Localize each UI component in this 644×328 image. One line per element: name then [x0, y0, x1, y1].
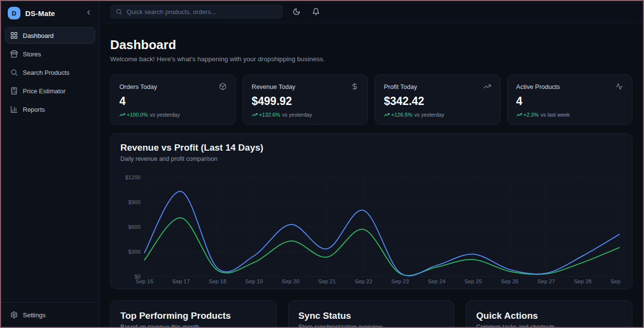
stat-value: 4: [516, 95, 624, 108]
chart-title: Revenue vs Profit (Last 14 Days): [120, 142, 622, 153]
stat-delta: +2.3% vs last week: [516, 112, 624, 118]
svg-text:Sep 22: Sep 22: [355, 278, 372, 284]
stat-delta: +126.5% vs yesterday: [384, 112, 491, 118]
stat-value: 4: [119, 95, 227, 108]
sidebar-item-dashboard[interactable]: Dashboard: [5, 27, 95, 44]
stat-delta-suffix: vs yesterday: [414, 112, 445, 118]
card-subtitle: Common tasks and shortcuts: [476, 324, 622, 327]
trending-up-icon: [516, 112, 522, 118]
svg-text:Sep 29: Sep 29: [611, 278, 622, 284]
bar-chart-icon: [10, 105, 18, 113]
chart-y-axis-labels: $0$300$600$900$1200: [125, 174, 141, 279]
chart-line-revenue: [145, 191, 619, 276]
stat-cards-row: Orders Today 4 +100.0% vs yesterday: [110, 74, 632, 125]
stat-delta-value: +126.5%: [391, 112, 413, 118]
page-content: Dashboard Welcome back! Here's what's ha…: [99, 23, 643, 327]
sidebar-nav: Dashboard Stores Search Products Price E…: [1, 25, 99, 120]
svg-text:Sep 25: Sep 25: [464, 278, 482, 284]
bell-icon: [312, 8, 320, 16]
stat-label: Profit Today: [384, 83, 417, 90]
top-performing-products-card: Top Performing Products Based on revenue…: [110, 300, 277, 327]
svg-text:Sep 23: Sep 23: [391, 278, 409, 284]
stat-card-orders-today: Orders Today 4 +100.0% vs yesterday: [110, 74, 236, 125]
svg-text:Sep 20: Sep 20: [282, 278, 299, 284]
chart-gridlines: [145, 177, 619, 276]
trending-up-icon: [384, 112, 390, 118]
notifications-button[interactable]: [310, 6, 322, 17]
top-bar: [99, 1, 643, 23]
card-subtitle: Based on revenue this month: [120, 324, 266, 327]
theme-toggle-button[interactable]: [291, 6, 302, 17]
card-title: Quick Actions: [476, 311, 622, 321]
chart-x-axis-labels: Sep 16Sep 17Sep 18Sep 19Sep 20Sep 21Sep …: [136, 278, 622, 284]
sidebar-item-price-estimator[interactable]: Price Estimator: [5, 83, 95, 99]
stat-value: $499.92: [252, 95, 359, 108]
stat-card-revenue-today: Revenue Today $499.92 +132.6% vs yesterd…: [243, 74, 368, 125]
trending-up-icon: [252, 112, 258, 118]
sidebar-item-label: Search Products: [23, 69, 69, 76]
sidebar-item-stores[interactable]: Stores: [5, 46, 95, 62]
chevron-left-icon: [85, 9, 92, 17]
search-box[interactable]: [110, 4, 283, 19]
stat-delta: +132.6% vs yesterday: [252, 112, 359, 118]
stat-delta: +100.0% vs yesterday: [119, 112, 227, 118]
search-input[interactable]: [127, 8, 278, 16]
stat-card-profit-today: Profit Today $342.42 +126.5% vs yesterda…: [375, 74, 500, 125]
stat-label: Orders Today: [119, 83, 157, 90]
card-title: Sync Status: [298, 311, 445, 321]
sidebar-item-label: Settings: [23, 311, 46, 319]
page-subtitle: Welcome back! Here's what's happening wi…: [110, 55, 632, 63]
store-icon: [10, 50, 18, 58]
stat-card-active-products: Active Products 4 +2.3% vs last week: [507, 74, 633, 125]
page-title: Dashboard: [110, 37, 632, 52]
sidebar-item-label: Stores: [23, 51, 41, 58]
svg-text:$1200: $1200: [125, 174, 141, 180]
dollar-sign-icon: [351, 83, 359, 90]
sidebar-item-label: Price Estimator: [23, 87, 66, 95]
svg-text:Sep 24: Sep 24: [428, 278, 446, 284]
svg-text:$300: $300: [128, 249, 140, 255]
moon-icon: [293, 8, 300, 16]
logo-initial: D: [12, 10, 16, 17]
sidebar-item-settings[interactable]: Settings: [5, 307, 95, 323]
sidebar: D DS-Mate Dashboard Stores: [1, 1, 99, 327]
package-icon: [219, 83, 227, 90]
app-logo: D: [8, 7, 20, 19]
sidebar-item-reports[interactable]: Reports: [5, 101, 95, 118]
sync-status-card: Sync Status Store synchronization overvi…: [288, 300, 455, 327]
revenue-profit-line-chart: $0$300$600$900$1200Sep 16Sep 17Sep 18Sep…: [120, 166, 622, 285]
main-area: Dashboard Welcome back! Here's what's ha…: [99, 1, 643, 327]
sidebar-item-search-products[interactable]: Search Products: [5, 64, 95, 81]
app-window: D DS-Mate Dashboard Stores: [0, 0, 644, 328]
svg-text:Sep 17: Sep 17: [172, 278, 190, 284]
svg-text:Sep 27: Sep 27: [537, 278, 555, 284]
stat-delta-value: +2.3%: [524, 112, 539, 118]
chart-subtitle: Daily revenue and profit comparison: [120, 155, 622, 162]
search-icon: [10, 69, 18, 76]
brand: D DS-Mate: [1, 1, 99, 25]
stat-delta-suffix: vs yesterday: [150, 112, 180, 118]
trending-up-icon: [119, 112, 125, 118]
svg-text:$900: $900: [128, 199, 140, 205]
sidebar-footer: Settings: [1, 302, 99, 327]
sidebar-item-label: Reports: [23, 106, 45, 113]
stat-label: Active Products: [516, 83, 560, 90]
stat-value: $342.42: [384, 95, 491, 108]
svg-text:Sep 19: Sep 19: [245, 278, 263, 284]
stat-delta-value: +132.6%: [259, 112, 281, 118]
search-icon: [116, 8, 122, 15]
svg-text:Sep 21: Sep 21: [318, 278, 336, 284]
card-subtitle: Store synchronization overview: [298, 324, 445, 327]
activity-icon: [615, 83, 623, 90]
sidebar-collapse-button[interactable]: [84, 8, 93, 18]
trending-up-icon: [483, 83, 491, 90]
stat-delta-value: +100.0%: [127, 112, 148, 118]
svg-text:Sep 16: Sep 16: [136, 278, 153, 284]
calculator-icon: [10, 87, 18, 95]
dashboard-grid-icon: [10, 32, 18, 39]
gear-icon: [10, 311, 18, 319]
svg-text:Sep 26: Sep 26: [501, 278, 518, 284]
stat-label: Revenue Today: [252, 83, 296, 90]
stat-delta-suffix: vs last week: [541, 112, 570, 118]
stat-delta-suffix: vs yesterday: [282, 112, 312, 118]
